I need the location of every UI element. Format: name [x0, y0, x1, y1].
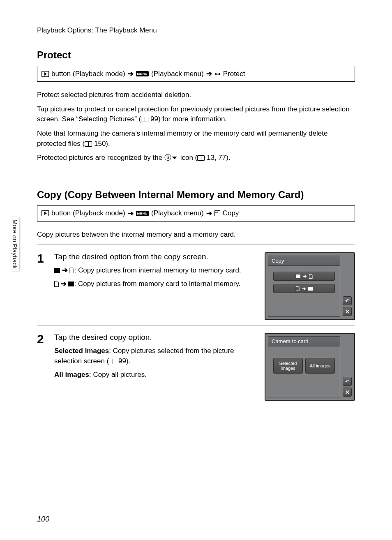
sd-card-icon	[69, 268, 74, 273]
running-head: Playback Options: The Playback Menu	[37, 26, 355, 35]
arrow-icon: ➔	[303, 274, 307, 279]
playback-icon	[42, 210, 49, 216]
undo-button[interactable]: ↶	[343, 377, 352, 386]
close-icon: ✕	[345, 389, 350, 395]
step-1-option-2: ➔ : Copy pictures from memory card to in…	[54, 279, 254, 289]
internal-memory-icon	[296, 275, 300, 278]
close-icon: ✕	[345, 309, 350, 315]
protect-p2: Tap pictures to protect or cancel protec…	[37, 104, 355, 125]
step-1: 1 Tap the desired option from the copy s…	[37, 252, 355, 320]
protect-status-icon: ⓢ⏷	[164, 154, 178, 162]
copy-screen-illustration: Copy ➔ ➔ ↶ ✕	[265, 252, 355, 320]
step-2: 2 Tap the desired copy option. Selected …	[37, 333, 355, 401]
playback-icon	[42, 71, 49, 77]
step-2-title: Tap the desired copy option.	[54, 333, 254, 342]
nav-playback-menu: (Playback menu)	[151, 70, 204, 78]
close-button[interactable]: ✕	[343, 307, 352, 316]
undo-icon: ↶	[345, 378, 350, 385]
tile-all-images[interactable]: All images	[305, 358, 335, 374]
nav-copy-item: Copy	[223, 209, 239, 217]
protect-heading: Protect	[37, 49, 355, 61]
arrow-icon: ➔	[302, 286, 306, 291]
arrow-icon: ➔	[61, 280, 67, 288]
protect-p1: Protect selected pictures from accidenta…	[37, 90, 355, 100]
camera-to-card-illustration: Camera to card Selected images All image…	[265, 333, 355, 401]
sd-card-icon	[54, 281, 59, 287]
lcd-title: Camera to card	[268, 337, 340, 346]
internal-memory-icon	[308, 287, 313, 291]
tile-selected-images[interactable]: Selected images	[273, 358, 303, 374]
copy-heading: Copy (Copy Between Internal Memory and M…	[37, 189, 355, 201]
protect-key-icon: ⊶	[214, 70, 221, 78]
protect-breadcrumb: button (Playback mode) ➔ MENU (Playback …	[37, 66, 355, 82]
menu-icon: MENU	[136, 211, 149, 216]
step-1-option-1: ➔ : Copy pictures from internal memory t…	[54, 265, 254, 276]
close-button[interactable]: ✕	[343, 388, 352, 397]
pill-mem-to-card[interactable]: ➔	[273, 272, 335, 281]
book-icon	[141, 117, 148, 122]
side-tab: More on Playback	[11, 217, 19, 271]
arrow-icon: ➔	[206, 69, 212, 78]
step-number: 2	[37, 333, 48, 401]
arrow-icon: ➔	[206, 209, 212, 218]
sd-card-icon	[309, 274, 313, 279]
nav-playback-menu: (Playback menu)	[151, 209, 204, 217]
copy-intro: Copy pictures between the internal memor…	[37, 230, 355, 240]
copy-icon	[214, 210, 220, 216]
step-number: 1	[37, 252, 48, 320]
internal-memory-icon	[68, 282, 74, 286]
nav-playback-mode: button (Playback mode)	[51, 70, 125, 78]
book-icon	[85, 141, 92, 147]
protect-p3: Note that formatting the camera’s intern…	[37, 129, 355, 149]
lcd-title: Copy	[268, 256, 340, 266]
step-2-option-1: Selected images: Copy pictures selected …	[54, 346, 254, 366]
arrow-icon: ➔	[62, 266, 68, 274]
step-separator	[37, 245, 355, 245]
arrow-icon: ➔	[128, 209, 134, 218]
page-number: 100	[37, 515, 49, 524]
book-icon	[109, 359, 116, 364]
copy-breadcrumb: button (Playback mode) ➔ MENU (Playback …	[37, 205, 355, 222]
book-icon	[197, 155, 205, 161]
step-2-option-2: All images: Copy all pictures.	[54, 370, 254, 380]
section-separator	[37, 179, 355, 179]
undo-icon: ↶	[345, 298, 350, 304]
nav-playback-mode: button (Playback mode)	[51, 209, 125, 217]
step-separator	[37, 325, 355, 325]
sd-card-icon	[296, 286, 300, 291]
menu-icon: MENU	[136, 71, 149, 76]
undo-button[interactable]: ↶	[343, 296, 352, 305]
arrow-icon: ➔	[128, 69, 134, 78]
pill-card-to-mem[interactable]: ➔	[273, 284, 335, 293]
internal-memory-icon	[54, 268, 60, 273]
step-1-title: Tap the desired option from the copy scr…	[54, 252, 254, 261]
protect-p4: Protected pictures are recognized by the…	[37, 153, 355, 163]
nav-protect-item: Protect	[223, 70, 245, 78]
